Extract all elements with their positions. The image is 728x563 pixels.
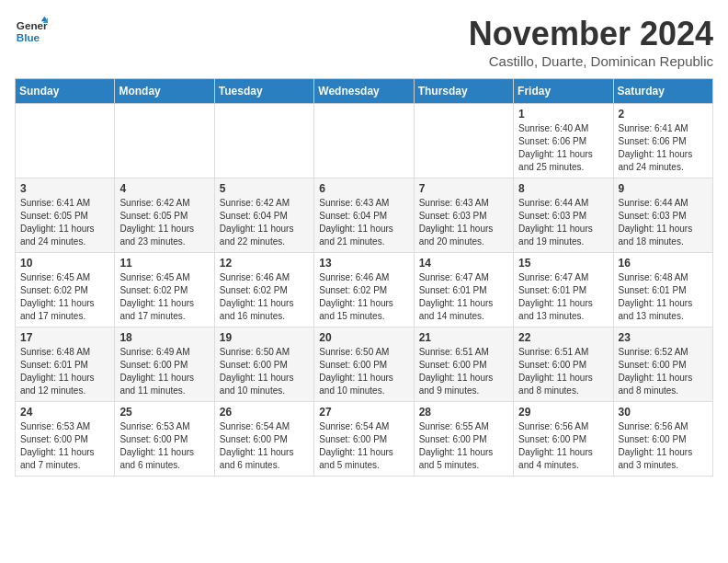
day-header-monday: Monday xyxy=(115,79,214,104)
day-info: Sunrise: 6:49 AM Sunset: 6:00 PM Dayligh… xyxy=(119,346,209,397)
day-number: 7 xyxy=(419,182,508,195)
logo-icon: General Blue xyxy=(15,15,48,48)
day-number: 5 xyxy=(220,182,309,195)
day-number: 11 xyxy=(119,257,209,270)
day-cell: 28Sunrise: 6:55 AM Sunset: 6:00 PM Dayli… xyxy=(414,402,513,477)
day-number: 23 xyxy=(619,331,708,344)
day-info: Sunrise: 6:54 AM Sunset: 6:00 PM Dayligh… xyxy=(319,420,408,472)
day-cell xyxy=(214,104,313,178)
day-number: 16 xyxy=(619,257,708,270)
day-number: 3 xyxy=(20,182,109,195)
day-cell: 15Sunrise: 6:47 AM Sunset: 6:01 PM Dayli… xyxy=(514,253,613,327)
day-cell: 7Sunrise: 6:43 AM Sunset: 6:03 PM Daylig… xyxy=(414,178,513,253)
day-cell: 19Sunrise: 6:50 AM Sunset: 6:00 PM Dayli… xyxy=(214,327,313,402)
day-info: Sunrise: 6:44 AM Sunset: 6:03 PM Dayligh… xyxy=(518,197,608,248)
week-row-5: 24Sunrise: 6:53 AM Sunset: 6:00 PM Dayli… xyxy=(16,402,713,477)
day-number: 27 xyxy=(319,406,408,419)
day-number: 4 xyxy=(119,182,209,195)
day-number: 17 xyxy=(20,331,109,344)
title-block: November 2024 Castillo, Duarte, Dominica… xyxy=(469,15,713,69)
day-cell: 11Sunrise: 6:45 AM Sunset: 6:02 PM Dayli… xyxy=(115,253,214,327)
day-number: 12 xyxy=(220,257,309,270)
week-row-3: 10Sunrise: 6:45 AM Sunset: 6:02 PM Dayli… xyxy=(16,253,713,327)
day-number: 10 xyxy=(20,257,109,270)
day-info: Sunrise: 6:53 AM Sunset: 6:00 PM Dayligh… xyxy=(20,420,109,472)
day-number: 20 xyxy=(319,331,408,344)
day-info: Sunrise: 6:42 AM Sunset: 6:05 PM Dayligh… xyxy=(119,197,209,248)
day-number: 1 xyxy=(518,108,608,121)
logo: General Blue xyxy=(15,15,48,48)
day-number: 18 xyxy=(119,331,209,344)
day-cell: 12Sunrise: 6:46 AM Sunset: 6:02 PM Dayli… xyxy=(214,253,313,327)
day-info: Sunrise: 6:46 AM Sunset: 6:02 PM Dayligh… xyxy=(220,271,309,323)
day-info: Sunrise: 6:43 AM Sunset: 6:04 PM Dayligh… xyxy=(319,197,408,248)
day-cell: 8Sunrise: 6:44 AM Sunset: 6:03 PM Daylig… xyxy=(514,178,613,253)
day-number: 29 xyxy=(518,406,608,419)
calendar-table: SundayMondayTuesdayWednesdayThursdayFrid… xyxy=(15,78,713,477)
day-info: Sunrise: 6:48 AM Sunset: 6:01 PM Dayligh… xyxy=(20,346,109,397)
page-header: General Blue November 2024 Castillo, Dua… xyxy=(15,15,713,69)
day-info: Sunrise: 6:44 AM Sunset: 6:03 PM Dayligh… xyxy=(619,197,708,248)
day-info: Sunrise: 6:41 AM Sunset: 6:06 PM Dayligh… xyxy=(619,122,708,174)
day-cell xyxy=(16,104,115,178)
day-cell: 21Sunrise: 6:51 AM Sunset: 6:00 PM Dayli… xyxy=(414,327,513,402)
day-cell: 20Sunrise: 6:50 AM Sunset: 6:00 PM Dayli… xyxy=(314,327,414,402)
day-number: 14 xyxy=(419,257,508,270)
day-cell: 10Sunrise: 6:45 AM Sunset: 6:02 PM Dayli… xyxy=(16,253,115,327)
day-cell: 29Sunrise: 6:56 AM Sunset: 6:00 PM Dayli… xyxy=(514,402,613,477)
day-info: Sunrise: 6:50 AM Sunset: 6:00 PM Dayligh… xyxy=(319,346,408,397)
month-title: November 2024 xyxy=(469,15,713,53)
day-info: Sunrise: 6:43 AM Sunset: 6:03 PM Dayligh… xyxy=(419,197,508,248)
svg-text:Blue: Blue xyxy=(17,31,40,43)
day-info: Sunrise: 6:40 AM Sunset: 6:06 PM Dayligh… xyxy=(518,122,608,174)
day-header-thursday: Thursday xyxy=(414,79,513,104)
day-info: Sunrise: 6:52 AM Sunset: 6:00 PM Dayligh… xyxy=(619,346,708,397)
day-info: Sunrise: 6:47 AM Sunset: 6:01 PM Dayligh… xyxy=(518,271,608,323)
day-info: Sunrise: 6:51 AM Sunset: 6:00 PM Dayligh… xyxy=(518,346,608,397)
day-cell: 17Sunrise: 6:48 AM Sunset: 6:01 PM Dayli… xyxy=(16,327,115,402)
day-info: Sunrise: 6:45 AM Sunset: 6:02 PM Dayligh… xyxy=(20,271,109,323)
day-info: Sunrise: 6:41 AM Sunset: 6:05 PM Dayligh… xyxy=(20,197,109,248)
day-cell: 25Sunrise: 6:53 AM Sunset: 6:00 PM Dayli… xyxy=(115,402,214,477)
day-number: 19 xyxy=(220,331,309,344)
day-cell: 13Sunrise: 6:46 AM Sunset: 6:02 PM Dayli… xyxy=(314,253,414,327)
day-cell: 23Sunrise: 6:52 AM Sunset: 6:00 PM Dayli… xyxy=(613,327,712,402)
week-row-4: 17Sunrise: 6:48 AM Sunset: 6:01 PM Dayli… xyxy=(16,327,713,402)
day-cell: 30Sunrise: 6:56 AM Sunset: 6:00 PM Dayli… xyxy=(613,402,712,477)
day-cell: 24Sunrise: 6:53 AM Sunset: 6:00 PM Dayli… xyxy=(16,402,115,477)
day-info: Sunrise: 6:47 AM Sunset: 6:01 PM Dayligh… xyxy=(419,271,508,323)
day-number: 26 xyxy=(220,406,309,419)
week-row-1: 1Sunrise: 6:40 AM Sunset: 6:06 PM Daylig… xyxy=(16,104,713,178)
header-row: SundayMondayTuesdayWednesdayThursdayFrid… xyxy=(16,79,713,104)
day-number: 25 xyxy=(119,406,209,419)
day-cell: 6Sunrise: 6:43 AM Sunset: 6:04 PM Daylig… xyxy=(314,178,414,253)
day-number: 15 xyxy=(518,257,608,270)
week-row-2: 3Sunrise: 6:41 AM Sunset: 6:05 PM Daylig… xyxy=(16,178,713,253)
day-cell: 2Sunrise: 6:41 AM Sunset: 6:06 PM Daylig… xyxy=(613,104,712,178)
day-header-friday: Friday xyxy=(514,79,613,104)
day-cell: 5Sunrise: 6:42 AM Sunset: 6:04 PM Daylig… xyxy=(214,178,313,253)
day-number: 8 xyxy=(518,182,608,195)
day-info: Sunrise: 6:56 AM Sunset: 6:00 PM Dayligh… xyxy=(518,420,608,472)
day-info: Sunrise: 6:54 AM Sunset: 6:00 PM Dayligh… xyxy=(220,420,309,472)
day-number: 22 xyxy=(518,331,608,344)
day-cell xyxy=(115,104,214,178)
location-subtitle: Castillo, Duarte, Dominican Republic xyxy=(469,53,713,69)
day-info: Sunrise: 6:51 AM Sunset: 6:00 PM Dayligh… xyxy=(419,346,508,397)
day-info: Sunrise: 6:50 AM Sunset: 6:00 PM Dayligh… xyxy=(220,346,309,397)
day-info: Sunrise: 6:55 AM Sunset: 6:00 PM Dayligh… xyxy=(419,420,508,472)
day-number: 9 xyxy=(619,182,708,195)
day-cell: 27Sunrise: 6:54 AM Sunset: 6:00 PM Dayli… xyxy=(314,402,414,477)
day-number: 24 xyxy=(20,406,109,419)
day-header-wednesday: Wednesday xyxy=(314,79,414,104)
day-number: 2 xyxy=(619,108,708,121)
day-number: 21 xyxy=(419,331,508,344)
day-header-tuesday: Tuesday xyxy=(214,79,313,104)
day-cell xyxy=(314,104,414,178)
day-info: Sunrise: 6:53 AM Sunset: 6:00 PM Dayligh… xyxy=(119,420,209,472)
day-info: Sunrise: 6:46 AM Sunset: 6:02 PM Dayligh… xyxy=(319,271,408,323)
day-info: Sunrise: 6:45 AM Sunset: 6:02 PM Dayligh… xyxy=(119,271,209,323)
day-header-sunday: Sunday xyxy=(16,79,115,104)
day-info: Sunrise: 6:42 AM Sunset: 6:04 PM Dayligh… xyxy=(220,197,309,248)
day-number: 6 xyxy=(319,182,408,195)
